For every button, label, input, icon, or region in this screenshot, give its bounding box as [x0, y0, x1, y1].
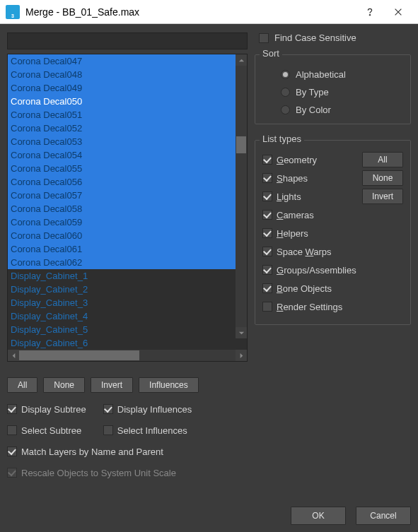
list-item[interactable]: Corona Decal052: [8, 122, 236, 135]
types-all-button[interactable]: All: [362, 152, 403, 167]
select-subtree-label: Select Subtree: [21, 425, 81, 436]
type-label: Helpers: [277, 228, 403, 239]
list-item[interactable]: Display_Cabinet_5: [8, 323, 236, 336]
list-item[interactable]: Corona Decal056: [8, 175, 236, 189]
type-checkbox[interactable]: [262, 283, 272, 293]
titlebar: 3 Merge - BB_01_Safe.max: [0, 0, 418, 24]
type-label: Lights: [277, 191, 358, 202]
select-influences-checkbox[interactable]: [103, 425, 113, 435]
type-label: Groups/Assemblies: [277, 265, 403, 276]
sort-group-title: Sort: [260, 48, 282, 59]
cancel-button[interactable]: Cancel: [356, 507, 411, 525]
select-invert-button[interactable]: Invert: [91, 377, 133, 393]
list-item[interactable]: Corona Decal049: [8, 81, 236, 95]
type-checkbox[interactable]: [262, 173, 272, 183]
list-item[interactable]: Corona Decal061: [8, 242, 236, 256]
sort-radio-by-color[interactable]: [281, 105, 290, 114]
type-checkbox[interactable]: [262, 228, 272, 238]
display-influences-label: Display Influences: [117, 404, 192, 415]
match-layers-checkbox[interactable]: [7, 447, 17, 456]
list-item[interactable]: Display_Cabinet_4: [8, 309, 236, 323]
sort-radio-by-type[interactable]: [281, 88, 290, 97]
list-item[interactable]: Corona Decal059: [8, 215, 236, 229]
list-item[interactable]: Display_Cabinet_3: [8, 296, 236, 309]
list-item[interactable]: Corona Decal053: [8, 135, 236, 148]
select-none-button[interactable]: None: [43, 377, 85, 393]
list-item[interactable]: Corona Decal050: [8, 95, 236, 108]
ok-button[interactable]: OK: [291, 507, 346, 525]
list-item[interactable]: Corona Decal048: [8, 68, 236, 81]
type-checkbox[interactable]: [262, 191, 272, 201]
select-influences-label: Select Influences: [117, 425, 187, 436]
select-subtree-checkbox[interactable]: [7, 425, 17, 435]
horizontal-scrollbar[interactable]: [8, 350, 247, 361]
hscroll-thumb[interactable]: [19, 350, 139, 360]
type-checkbox[interactable]: [262, 247, 272, 256]
sort-label: By Type: [296, 87, 329, 97]
svg-point-0: [369, 14, 371, 16]
close-icon: [393, 7, 403, 17]
scroll-down-button[interactable]: [236, 327, 247, 338]
window-title: Merge - BB_01_Safe.max: [25, 6, 356, 18]
list-item[interactable]: Display_Cabinet_2: [8, 283, 236, 296]
influences-button[interactable]: Influences: [139, 377, 199, 393]
find-case-sensitive-label: Find Case Sensitive: [274, 32, 356, 43]
type-checkbox[interactable]: [262, 265, 272, 275]
list-item[interactable]: Corona Decal057: [8, 189, 236, 202]
scroll-right-button[interactable]: [236, 350, 247, 361]
find-case-sensitive-checkbox[interactable]: [259, 33, 269, 43]
list-item[interactable]: Display_Cabinet_1: [8, 269, 236, 283]
search-input[interactable]: [7, 32, 248, 49]
select-all-button[interactable]: All: [7, 377, 37, 393]
list-item[interactable]: Corona Decal058: [8, 202, 236, 215]
list-item[interactable]: Corona Decal055: [8, 162, 236, 175]
scroll-left-button[interactable]: [8, 350, 19, 361]
app-icon: 3: [6, 5, 20, 19]
help-button[interactable]: [356, 0, 384, 24]
close-button[interactable]: [384, 0, 412, 24]
list-item[interactable]: Display_Cabinet_6: [8, 336, 236, 350]
vertical-scrollbar[interactable]: [236, 54, 247, 338]
list-item[interactable]: Corona Decal062: [8, 256, 236, 269]
display-subtree-checkbox[interactable]: [7, 404, 17, 414]
object-list[interactable]: Corona Decal047Corona Decal048Corona Dec…: [7, 54, 248, 362]
list-item[interactable]: Corona Decal060: [8, 229, 236, 242]
type-checkbox[interactable]: [262, 155, 272, 165]
type-label: Space Warps: [277, 247, 403, 257]
sort-label: By Color: [296, 105, 331, 115]
sort-group: Sort AlphabeticalBy TypeBy Color: [255, 54, 411, 124]
type-label: Shapes: [277, 173, 358, 184]
type-checkbox[interactable]: [262, 302, 272, 312]
types-none-button[interactable]: None: [362, 170, 403, 186]
type-checkbox[interactable]: [262, 210, 272, 220]
type-label: Geometry: [277, 155, 358, 165]
list-types-title: List types: [260, 134, 304, 144]
display-subtree-label: Display Subtree: [21, 404, 86, 415]
types-invert-button[interactable]: Invert: [362, 189, 403, 204]
list-types-group: List types GeometryAllShapesNoneLightsIn…: [255, 140, 411, 325]
sort-label: Alphabetical: [296, 69, 346, 80]
sort-radio-alphabetical[interactable]: [281, 70, 290, 79]
scroll-up-button[interactable]: [236, 54, 247, 66]
help-icon: [365, 7, 375, 17]
match-layers-label: Match Layers by Name and Parent: [21, 447, 163, 457]
type-label: Render Settings: [277, 302, 403, 312]
list-item[interactable]: Corona Decal051: [8, 108, 236, 122]
list-item[interactable]: Corona Decal054: [8, 148, 236, 162]
rescale-checkbox: [7, 468, 17, 478]
rescale-label: Rescale Objects to System Unit Scale: [21, 468, 176, 478]
vscroll-thumb[interactable]: [236, 136, 246, 153]
display-influences-checkbox[interactable]: [103, 404, 113, 414]
type-label: Cameras: [277, 210, 403, 220]
list-item[interactable]: Corona Decal047: [8, 54, 236, 68]
type-label: Bone Objects: [277, 283, 403, 294]
